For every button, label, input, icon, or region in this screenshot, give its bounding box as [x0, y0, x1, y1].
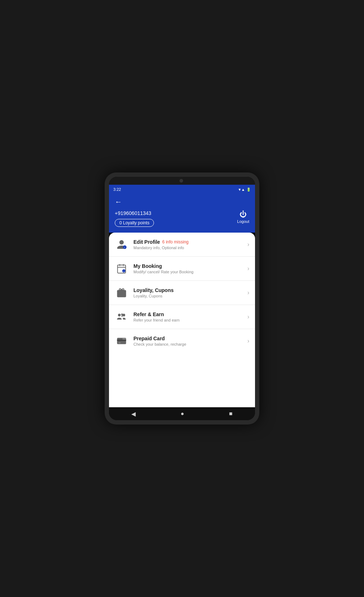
svg-text:✓: ✓	[124, 246, 126, 248]
my-booking-title: My Booking	[133, 263, 247, 269]
refer-earn-icon	[115, 310, 128, 324]
logout-label: Logout	[237, 219, 249, 224]
menu-item-prepaid-card[interactable]: Prepaid Card Check your balance, recharg…	[109, 329, 255, 353]
nav-back-button[interactable]: ◀	[131, 410, 136, 417]
menu-item-my-booking[interactable]: ✓ My Booking Modify/ cancel/ Rate your B…	[109, 257, 255, 281]
camera-bar	[109, 177, 255, 185]
status-icons: ▼▲ 🔋	[238, 188, 251, 192]
header-phone-row: +919606011343 0 Loyalty points ⏻ Logout	[115, 210, 249, 227]
bottom-navigation: ◀ ● ■	[109, 407, 255, 420]
nav-home-button[interactable]: ●	[181, 410, 184, 417]
edit-profile-icon: ✓	[115, 238, 128, 251]
signal-icon: ▼▲	[238, 188, 245, 192]
menu-item-loyalty-cupons[interactable]: Loyality, Cupons Loyality, Cupons ›	[109, 281, 255, 305]
logout-icon: ⏻	[240, 210, 247, 219]
loyalty-badge[interactable]: 0 Loyalty points	[115, 219, 154, 227]
prepaid-card-title: Prepaid Card	[133, 336, 247, 341]
my-booking-text: My Booking Modify/ cancel/ Rate your Boo…	[133, 263, 247, 274]
refer-earn-subtitle: Refer your friend and earn	[133, 318, 247, 322]
prepaid-card-text: Prepaid Card Check your balance, recharg…	[133, 336, 247, 346]
battery-icon: 🔋	[246, 188, 251, 192]
refer-earn-title: Refer & Earn	[133, 311, 247, 317]
phone-number: +919606011343	[115, 210, 154, 216]
svg-rect-13	[118, 342, 120, 344]
edit-profile-title: Edit Profile 6 info missing	[133, 239, 247, 245]
nav-recent-button[interactable]: ■	[229, 410, 233, 417]
refer-earn-chevron: ›	[247, 314, 249, 320]
prepaid-card-chevron: ›	[247, 338, 249, 344]
device-screen: 3:22 ▼▲ 🔋 ← +919606011343 0 Loyalty poin…	[109, 177, 255, 420]
loyalty-cupons-subtitle: Loyality, Cupons	[133, 294, 247, 298]
status-time: 3:22	[113, 187, 121, 192]
loyalty-cupons-icon	[115, 286, 128, 300]
svg-point-8	[118, 314, 121, 317]
prepaid-card-icon	[115, 334, 128, 348]
menu-item-refer-earn[interactable]: Refer & Earn Refer your friend and earn …	[109, 305, 255, 329]
my-booking-icon: ✓	[115, 262, 128, 275]
missing-badge: 6 info missing	[162, 239, 188, 244]
refer-earn-text: Refer & Earn Refer your friend and earn	[133, 311, 247, 322]
loyalty-cupons-text: Loyality, Cupons Loyality, Cupons	[133, 287, 247, 298]
loyalty-cupons-chevron: ›	[247, 289, 249, 296]
my-booking-subtitle: Modify/ cancel/ Rate your Booking	[133, 270, 247, 274]
edit-profile-subtitle: Mandatory info, Optional info	[133, 246, 247, 250]
svg-rect-14	[123, 338, 126, 340]
header-top: ←	[115, 197, 249, 207]
logout-button[interactable]: ⏻ Logout	[237, 210, 249, 224]
menu-item-edit-profile[interactable]: ✓ Edit Profile 6 info missing Mandatory …	[109, 233, 255, 257]
edit-profile-text: Edit Profile 6 info missing Mandatory in…	[133, 239, 247, 250]
back-button[interactable]: ←	[115, 197, 124, 207]
device-frame: 3:22 ▼▲ 🔋 ← +919606011343 0 Loyalty poin…	[105, 172, 259, 425]
screen: 3:22 ▼▲ 🔋 ← +919606011343 0 Loyalty poin…	[109, 185, 255, 420]
edit-profile-chevron: ›	[247, 241, 249, 248]
phone-loyalty: +919606011343 0 Loyalty points	[115, 210, 154, 227]
camera-dot	[179, 179, 183, 183]
prepaid-card-subtitle: Check your balance, recharge	[133, 342, 247, 346]
svg-text:✓: ✓	[123, 270, 124, 272]
loyalty-cupons-title: Loyality, Cupons	[133, 287, 247, 293]
status-bar: 3:22 ▼▲ 🔋	[109, 185, 255, 194]
menu-list: ✓ Edit Profile 6 info missing Mandatory …	[109, 233, 255, 407]
header: ← +919606011343 0 Loyalty points ⏻ Logou…	[109, 194, 255, 233]
my-booking-chevron: ›	[247, 265, 249, 272]
svg-rect-12	[117, 340, 126, 341]
